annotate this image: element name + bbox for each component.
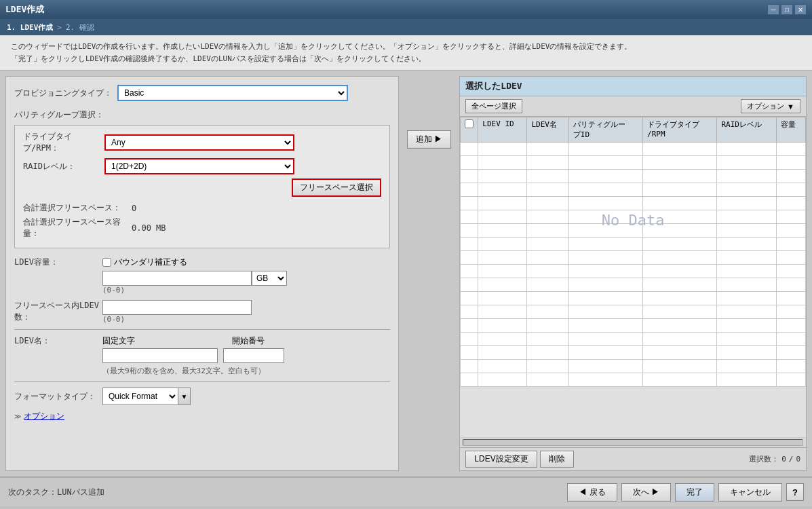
table-cell bbox=[478, 238, 527, 251]
scrollbar-track bbox=[463, 439, 803, 446]
table-cell bbox=[717, 156, 777, 170]
help-button[interactable]: ? bbox=[786, 483, 804, 501]
maximize-button[interactable]: □ bbox=[781, 4, 793, 15]
table-cell bbox=[461, 333, 478, 346]
horizontal-scrollbar[interactable] bbox=[460, 437, 806, 447]
right-panel-title: 選択したLDEV bbox=[460, 77, 806, 96]
table-cell bbox=[777, 143, 806, 156]
table-cell bbox=[568, 319, 642, 333]
table-row bbox=[461, 238, 806, 251]
col-ldev-name: LDEV名 bbox=[527, 117, 568, 143]
minimize-button[interactable]: ─ bbox=[767, 4, 779, 15]
capacity-input[interactable] bbox=[102, 271, 252, 286]
ldev-capacity-section: LDEV容量： バウンダリ補正する GB TB MB (0-0 bbox=[14, 257, 390, 295]
ldev-count-section: フリースペース内LDEV数： (0-0) bbox=[14, 300, 390, 324]
cancel-button[interactable]: キャンセル bbox=[718, 483, 782, 502]
table-cell bbox=[777, 224, 806, 238]
raid-level-select[interactable]: 1(2D+2D) bbox=[104, 158, 294, 174]
table-cell bbox=[527, 265, 568, 278]
finish-button[interactable]: 完了 bbox=[675, 483, 714, 502]
table-cell bbox=[527, 292, 568, 305]
provisioning-type-select[interactable]: BasicDPExternal bbox=[117, 85, 348, 101]
boundary-checkbox[interactable] bbox=[102, 258, 111, 267]
name-sub-labels: 固定文字 開始番号 bbox=[102, 335, 284, 347]
table-cell bbox=[777, 156, 806, 170]
drive-type-row: ドライブタイプ/RPM： Any bbox=[23, 131, 381, 154]
delete-button[interactable]: 削除 bbox=[540, 451, 574, 468]
table-cell bbox=[643, 360, 717, 373]
col-raid-level: RAIDレベル bbox=[717, 117, 777, 143]
table-cell bbox=[527, 346, 568, 360]
options-link[interactable]: オプション bbox=[24, 411, 64, 422]
table-cell bbox=[777, 360, 806, 373]
add-button[interactable]: 追加 ▶ bbox=[407, 130, 451, 149]
table-cell bbox=[461, 224, 478, 238]
drive-type-label: ドライブタイプ/RPM： bbox=[23, 131, 104, 154]
table-cell bbox=[461, 373, 478, 387]
all-select-button[interactable]: 全ページ選択 bbox=[465, 99, 522, 113]
table-cell bbox=[478, 197, 527, 210]
table-cell bbox=[717, 346, 777, 360]
table-cell bbox=[478, 346, 527, 360]
table-cell bbox=[568, 156, 642, 170]
total-freespace-row: 合計選択フリースペース： 0 bbox=[23, 202, 381, 214]
title-bar-buttons: ─ □ ✕ bbox=[767, 4, 807, 15]
selection-count-value: 0 bbox=[781, 455, 786, 464]
table-cell bbox=[461, 170, 478, 183]
header-checkbox[interactable] bbox=[465, 119, 473, 128]
table-cell bbox=[527, 224, 568, 238]
table-cell bbox=[568, 292, 642, 305]
raid-level-row: RAIDレベル： 1(2D+2D) bbox=[23, 158, 381, 174]
table-cell bbox=[527, 183, 568, 197]
format-arrow-button[interactable]: ▼ bbox=[178, 388, 190, 404]
table-cell bbox=[461, 156, 478, 170]
table-cell bbox=[777, 170, 806, 183]
next-button[interactable]: 次へ ▶ bbox=[621, 483, 671, 502]
drive-type-select[interactable]: Any bbox=[104, 134, 294, 151]
table-cell bbox=[643, 346, 717, 360]
right-options-button[interactable]: オプション ▼ bbox=[741, 99, 800, 113]
close-button[interactable]: ✕ bbox=[794, 4, 807, 15]
ldev-count-input[interactable] bbox=[102, 300, 252, 315]
table-row bbox=[461, 265, 806, 278]
table-row bbox=[461, 305, 806, 319]
breadcrumb: 1. LDEV作成 > 2. 確認 bbox=[0, 19, 812, 35]
table-cell bbox=[568, 238, 642, 251]
provisioning-type-label: プロビジョニングタイプ： bbox=[14, 88, 112, 99]
breadcrumb-step1: 1. LDEV作成 bbox=[7, 22, 53, 33]
table-cell bbox=[527, 373, 568, 387]
ldev-name-fixed-input[interactable] bbox=[102, 348, 218, 363]
table-cell bbox=[527, 333, 568, 346]
right-panel-bottom: LDEV設定変更 削除 選択数： 0 / 0 bbox=[460, 447, 806, 470]
table-cell bbox=[777, 197, 806, 210]
format-type-select[interactable]: Quick Format Normal Format No Format bbox=[103, 388, 178, 404]
freespace-select-button[interactable]: フリースペース選択 bbox=[292, 178, 381, 197]
table-cell bbox=[478, 251, 527, 265]
format-type-section: フォーマットタイプ： Quick Format Normal Format No… bbox=[14, 388, 390, 405]
total-freespace-label: 合計選択フリースペース： bbox=[23, 202, 132, 214]
table-cell bbox=[568, 143, 642, 156]
table-cell bbox=[568, 210, 642, 224]
table-row bbox=[461, 333, 806, 346]
table-cell bbox=[643, 210, 717, 224]
unit-select[interactable]: GB TB MB bbox=[252, 271, 287, 286]
table-cell bbox=[643, 278, 717, 292]
parity-group-box: ドライブタイプ/RPM： Any RAIDレベル： 1(2D+2D) フリースペ… bbox=[14, 125, 390, 248]
ldev-settings-button[interactable]: LDEV設定変更 bbox=[465, 451, 537, 468]
table-row bbox=[461, 278, 806, 292]
table-cell bbox=[461, 319, 478, 333]
provisioning-type-row: プロビジョニングタイプ： BasicDPExternal bbox=[14, 85, 390, 101]
name-hint: （最大9桁の数を含め、最大32文字。空白も可） bbox=[102, 366, 284, 376]
slash: / bbox=[789, 455, 794, 464]
total-freespace-value: 0 bbox=[132, 204, 136, 213]
selection-label: 選択数： bbox=[749, 454, 779, 464]
table-cell bbox=[777, 292, 806, 305]
options-arrow-icon: ▼ bbox=[787, 102, 794, 111]
table-row bbox=[461, 156, 806, 170]
table-cell bbox=[777, 346, 806, 360]
table-cell bbox=[643, 305, 717, 319]
ldev-name-start-input[interactable] bbox=[223, 348, 284, 363]
table-cell bbox=[643, 156, 717, 170]
breadcrumb-step2: 2. 確認 bbox=[66, 22, 94, 33]
back-button[interactable]: ◀ 戻る bbox=[567, 483, 617, 502]
